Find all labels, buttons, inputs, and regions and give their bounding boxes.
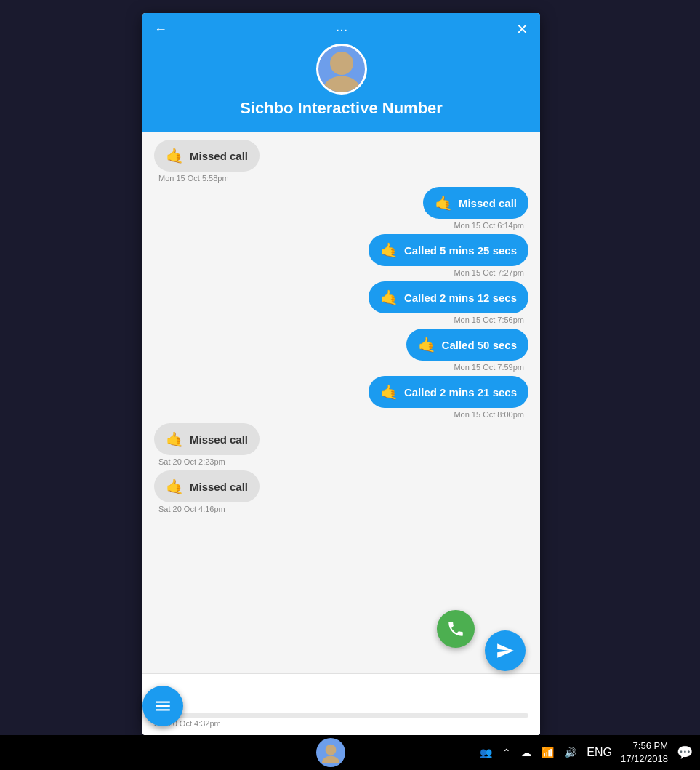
bubble-text: Called 5 mins 25 secs xyxy=(404,244,517,257)
cloud-icon: ☁ xyxy=(521,747,531,758)
chat-title: Sichbo Interactive Number xyxy=(240,99,443,118)
message-3: 🤙 Called 5 mins 25 secs Mon 15 Oct 7:27p… xyxy=(154,234,528,277)
avatar xyxy=(316,44,367,95)
message-time: Mon 15 Oct 7:59pm xyxy=(449,363,528,372)
wifi-icon: 📶 xyxy=(542,747,554,758)
call-emoji: 🤙 xyxy=(380,383,398,401)
bubble-right: 🤙 Called 5 mins 25 secs xyxy=(369,234,528,266)
svg-point-2 xyxy=(326,745,337,755)
bubble-text: Called 50 secs xyxy=(442,339,517,351)
bubble-text: Missed call xyxy=(190,150,248,162)
svg-point-1 xyxy=(323,76,360,92)
call-emoji: 🤙 xyxy=(418,336,436,353)
message-time: Mon 15 Oct 5:58pm xyxy=(154,174,233,183)
call-emoji: 🤙 xyxy=(380,289,398,306)
back-button[interactable]: ← xyxy=(154,22,167,37)
message-time: Mon 15 Oct 7:56pm xyxy=(449,316,528,324)
message-time: Sat 20 Oct 2:23pm xyxy=(154,457,230,466)
sidebar-fab[interactable] xyxy=(142,686,183,726)
chevron-up-icon[interactable]: ⌃ xyxy=(502,747,511,758)
call-emoji: 🤙 xyxy=(435,194,453,212)
message-time: Mon 15 Oct 7:27pm xyxy=(449,268,528,277)
taskbar-clock: 7:56 PM 17/12/2018 xyxy=(621,739,668,766)
svg-point-3 xyxy=(322,756,339,764)
bubble-right: 🤙 Called 2 mins 21 secs xyxy=(369,376,528,408)
call-emoji: 🤙 xyxy=(380,241,398,259)
message-1: 🤙 Missed call Mon 15 Oct 5:58pm xyxy=(154,140,528,183)
notification-icon[interactable]: 💬 xyxy=(677,745,693,761)
message-time: Mon 15 Oct 8:00pm xyxy=(449,410,528,419)
people-icon[interactable]: 👥 xyxy=(480,747,492,758)
lang-label: ENG xyxy=(587,746,612,759)
bubble-text: Missed call xyxy=(459,197,517,209)
message-time: Mon 15 Oct 6:14pm xyxy=(449,221,528,230)
input-area: Sat 20 Oct 4:32pm xyxy=(142,673,540,735)
call-emoji: 🤙 xyxy=(166,478,184,495)
app-window: ← ··· ✕ Sichbo Interactive Number 🤙 Miss… xyxy=(142,13,540,735)
call-emoji: 🤙 xyxy=(166,147,184,164)
header: ← ··· ✕ Sichbo Interactive Number xyxy=(142,13,540,132)
message-4: 🤙 Called 2 mins 12 secs Mon 15 Oct 7:56p… xyxy=(154,281,528,324)
bubble-text: Missed call xyxy=(190,481,248,493)
call-fab[interactable] xyxy=(437,610,475,648)
message-input[interactable] xyxy=(154,681,528,707)
message-2: 🤙 Missed call Mon 15 Oct 6:14pm xyxy=(154,187,528,230)
message-7: 🤙 Missed call Sat 20 Oct 2:23pm xyxy=(154,423,528,466)
bubble-left: 🤙 Missed call xyxy=(154,470,260,502)
call-emoji: 🤙 xyxy=(166,430,184,448)
message-6: 🤙 Called 2 mins 21 secs Mon 15 Oct 8:00p… xyxy=(154,376,528,419)
chat-area: 🤙 Missed call Mon 15 Oct 5:58pm 🤙 Missed… xyxy=(142,132,540,673)
input-timestamp: Sat 20 Oct 4:32pm xyxy=(154,719,528,728)
message-8: 🤙 Missed call Sat 20 Oct 4:16pm xyxy=(154,470,528,513)
bubble-right: 🤙 Called 50 secs xyxy=(406,329,528,361)
volume-icon[interactable]: 🔊 xyxy=(564,747,576,758)
more-button[interactable]: ··· xyxy=(336,21,348,38)
taskbar: 👥 ⌃ ☁ 📶 🔊 ENG 7:56 PM 17/12/2018 💬 xyxy=(0,735,700,770)
bubble-left: 🤙 Missed call xyxy=(154,423,260,455)
close-button[interactable]: ✕ xyxy=(516,20,528,38)
header-top: ← ··· ✕ xyxy=(154,20,528,38)
bubble-text: Missed call xyxy=(190,433,248,446)
message-5: 🤙 Called 50 secs Mon 15 Oct 7:59pm xyxy=(154,329,528,372)
bubble-left: 🤙 Missed call xyxy=(154,140,260,172)
input-bottom-bar xyxy=(154,713,528,718)
taskbar-time-value: 7:56 PM xyxy=(621,739,668,753)
send-fab[interactable] xyxy=(485,630,526,671)
bubble-text: Called 2 mins 12 secs xyxy=(404,292,517,304)
svg-point-0 xyxy=(330,52,353,75)
bubble-text: Called 2 mins 21 secs xyxy=(404,386,517,398)
bubble-right: 🤙 Called 2 mins 12 secs xyxy=(369,281,528,313)
taskbar-icons: 👥 ⌃ ☁ 📶 🔊 ENG xyxy=(480,746,612,759)
taskbar-date-value: 17/12/2018 xyxy=(621,753,668,766)
bubble-right: 🤙 Missed call xyxy=(423,187,528,219)
message-time: Sat 20 Oct 4:16pm xyxy=(154,505,230,513)
taskbar-avatar xyxy=(316,738,345,767)
